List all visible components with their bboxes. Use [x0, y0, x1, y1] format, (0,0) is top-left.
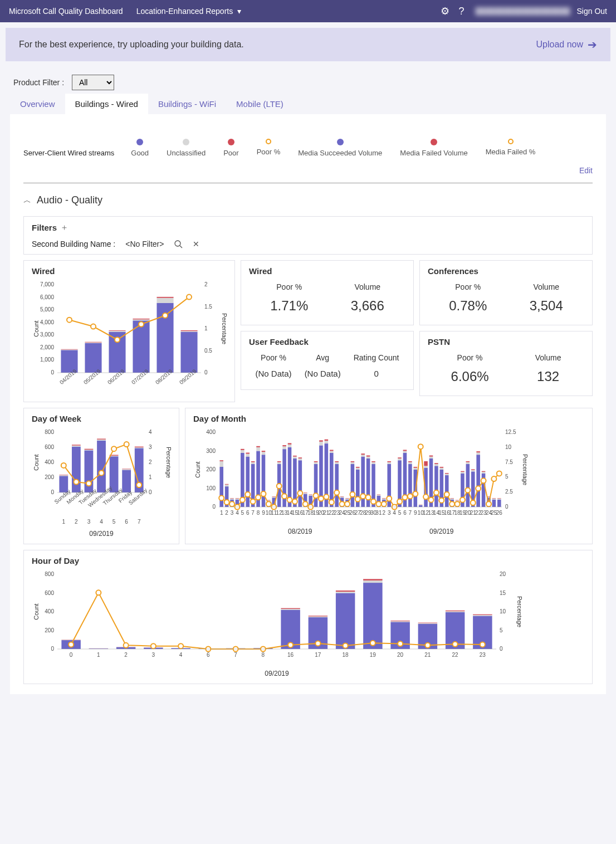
svg-text:5,000: 5,000 [40, 306, 54, 313]
svg-point-306 [360, 494, 365, 499]
svg-rect-428 [281, 608, 300, 609]
edit-link[interactable]: Edit [579, 166, 593, 175]
report-dropdown[interactable]: Location-Enhanced Reports ▾ [136, 7, 242, 16]
svg-rect-214 [387, 462, 391, 464]
legend-item: Media Failed Volume [400, 139, 467, 157]
svg-rect-278 [497, 498, 501, 499]
svg-point-292 [287, 497, 292, 503]
svg-point-291 [282, 494, 287, 499]
svg-point-301 [334, 490, 339, 495]
svg-rect-241 [434, 464, 438, 466]
svg-text:22: 22 [452, 652, 459, 658]
svg-point-318 [423, 494, 428, 499]
svg-text:2: 2 [204, 281, 208, 287]
svg-rect-142 [262, 452, 266, 455]
stat-value: 3,504 [530, 298, 563, 314]
svg-point-459 [315, 641, 320, 646]
svg-rect-262 [471, 470, 475, 472]
svg-rect-263 [471, 469, 475, 470]
svg-rect-225 [408, 464, 412, 507]
svg-rect-176 [319, 440, 323, 441]
search-icon[interactable] [174, 240, 183, 248]
svg-rect-197 [356, 467, 360, 468]
svg-rect-70 [97, 440, 106, 441]
svg-rect-268 [482, 472, 486, 474]
svg-rect-229 [413, 468, 417, 470]
svg-rect-160 [293, 457, 297, 458]
svg-rect-171 [314, 464, 318, 507]
legend-item: Good [131, 139, 149, 157]
stat-value: (No Data) [305, 369, 341, 378]
svg-rect-238 [429, 457, 433, 458]
upload-now-link[interactable]: Upload now [536, 40, 584, 50]
svg-rect-32 [180, 332, 197, 373]
tab-buildings-wired[interactable]: Buildings - Wired [65, 94, 148, 114]
tab-overview[interactable]: Overview [10, 94, 65, 114]
svg-rect-62 [59, 475, 68, 475]
svg-rect-188 [340, 496, 344, 497]
help-icon[interactable]: ? [458, 6, 464, 17]
svg-rect-443 [418, 623, 437, 623]
plus-icon[interactable]: ＋ [60, 222, 69, 233]
svg-rect-122 [225, 484, 229, 485]
stat-label: Avg [305, 353, 341, 362]
svg-rect-203 [366, 456, 370, 457]
svg-rect-248 [445, 473, 449, 474]
svg-text:3: 3 [152, 652, 155, 658]
svg-text:12.5: 12.5 [505, 429, 516, 435]
svg-rect-256 [461, 472, 465, 474]
dom-chart-card: Day of Month 010020030040002.557.51012.5… [185, 408, 593, 544]
close-icon[interactable]: ✕ [193, 240, 199, 248]
svg-rect-448 [473, 615, 492, 616]
svg-rect-132 [246, 457, 250, 507]
svg-point-81 [61, 463, 66, 468]
svg-text:2: 2 [383, 510, 386, 516]
svg-rect-206 [371, 461, 375, 462]
svg-rect-124 [230, 499, 234, 500]
tab-buildings-wifi[interactable]: Buildings - WiFi [148, 94, 226, 114]
svg-rect-20 [85, 343, 101, 373]
legend-item: Media Failed % [486, 139, 536, 157]
svg-rect-183 [335, 464, 339, 507]
svg-point-0 [175, 241, 180, 246]
svg-point-464 [453, 642, 458, 647]
card-title: Hour of Day [32, 556, 584, 565]
section-header[interactable]: ︿ Audio - Quality [23, 194, 593, 206]
stat-label: Rating Count [354, 353, 399, 362]
svg-point-463 [425, 643, 430, 648]
legend-row: Server-Client Wired streams GoodUnclassi… [23, 124, 593, 163]
app-title: Microsoft Call Quality Dashboard [9, 7, 123, 16]
svg-rect-18 [61, 349, 77, 350]
svg-text:0: 0 [204, 369, 208, 375]
svg-rect-75 [122, 470, 131, 493]
svg-point-280 [224, 500, 229, 505]
svg-text:Count: Count [194, 461, 201, 477]
svg-rect-155 [282, 445, 286, 446]
svg-text:8: 8 [262, 652, 265, 658]
svg-point-290 [277, 484, 282, 489]
section-title: Audio - Quality [37, 194, 102, 206]
svg-rect-154 [282, 446, 286, 449]
gear-icon[interactable]: ⚙ [441, 5, 449, 17]
svg-point-452 [124, 643, 129, 648]
svg-rect-152 [277, 461, 281, 462]
card-title: Conferences [428, 266, 584, 276]
svg-rect-449 [473, 614, 492, 615]
svg-rect-223 [403, 451, 407, 453]
svg-rect-435 [363, 583, 382, 649]
svg-text:7: 7 [138, 519, 141, 525]
legend-item: Media Succeeded Volume [298, 139, 382, 157]
product-filter-select[interactable]: All [72, 75, 114, 90]
svg-text:2: 2 [225, 510, 228, 516]
svg-rect-125 [230, 498, 234, 499]
svg-point-308 [371, 499, 376, 504]
svg-point-35 [67, 318, 72, 323]
sign-out-link[interactable]: Sign Out [577, 7, 607, 16]
svg-rect-257 [461, 471, 465, 472]
svg-rect-246 [445, 475, 449, 507]
svg-text:10: 10 [500, 608, 506, 614]
svg-rect-24 [109, 331, 125, 332]
tab-mobile-lte-[interactable]: Mobile (LTE) [226, 94, 294, 114]
svg-rect-67 [85, 450, 94, 450]
legend-item: Unclassified [167, 139, 206, 157]
